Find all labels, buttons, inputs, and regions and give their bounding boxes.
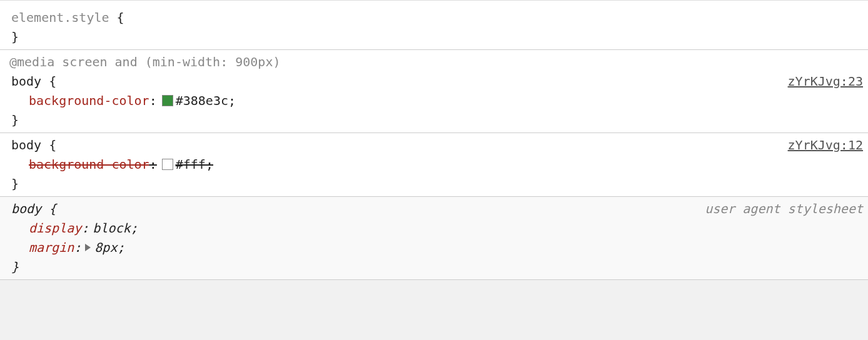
color-swatch-icon[interactable] bbox=[162, 95, 173, 106]
property-value: 8px bbox=[94, 238, 117, 258]
open-brace: { bbox=[49, 74, 56, 89]
semicolon: ; bbox=[206, 157, 213, 172]
property-value: block bbox=[93, 219, 130, 238]
styles-panel: element.style { } @media screen and (min… bbox=[0, 0, 868, 280]
selector-body[interactable]: body bbox=[11, 74, 41, 89]
property-name: margin bbox=[29, 238, 74, 258]
close-brace: } bbox=[11, 176, 19, 191]
media-body-rule[interactable]: @media screen and (min-width: 900px) bod… bbox=[0, 49, 868, 132]
source-link[interactable]: zYrKJvg:23 bbox=[788, 72, 863, 91]
semicolon: ; bbox=[228, 91, 236, 111]
element-style-rule[interactable]: element.style { } bbox=[0, 0, 868, 49]
close-brace: } bbox=[11, 112, 19, 128]
property-name: display bbox=[29, 219, 81, 238]
colon: : bbox=[74, 238, 81, 258]
color-swatch-icon[interactable] bbox=[162, 159, 173, 170]
colon: : bbox=[81, 219, 89, 238]
source-link[interactable]: zYrKJvg:12 bbox=[788, 136, 863, 155]
user-agent-rule: body { user agent stylesheet display: bl… bbox=[0, 196, 868, 280]
selector-body: body bbox=[11, 201, 41, 216]
open-brace: { bbox=[49, 201, 56, 216]
semicolon: ; bbox=[117, 238, 124, 258]
close-brace: } bbox=[11, 29, 19, 44]
user-agent-label: user agent stylesheet bbox=[705, 199, 863, 219]
declaration-display: display: block; bbox=[11, 219, 863, 238]
selector-body[interactable]: body bbox=[11, 138, 41, 152]
expand-arrow-icon[interactable] bbox=[85, 244, 91, 251]
selector-element-style[interactable]: element.style bbox=[11, 10, 109, 25]
property-value[interactable]: #fff bbox=[176, 157, 206, 172]
property-value[interactable]: #388e3c bbox=[176, 91, 228, 111]
open-brace: { bbox=[117, 10, 124, 25]
media-query-text[interactable]: @media screen and (min-width: 900px) bbox=[9, 52, 863, 72]
colon: : bbox=[149, 157, 157, 172]
semicolon: ; bbox=[131, 219, 138, 238]
declaration-background-color[interactable]: background-color: #388e3c; bbox=[11, 91, 863, 111]
open-brace: { bbox=[49, 138, 56, 152]
colon: : bbox=[149, 91, 157, 111]
declaration-margin: margin: 8px; bbox=[11, 238, 863, 258]
property-name[interactable]: background-color bbox=[29, 157, 149, 172]
property-name[interactable]: background-color bbox=[29, 91, 149, 111]
close-brace: } bbox=[11, 259, 19, 274]
declaration-background-color-overridden[interactable]: background-color: #fff; bbox=[11, 155, 863, 174]
body-rule[interactable]: body { zYrKJvg:12 background-color: #fff… bbox=[0, 132, 868, 196]
